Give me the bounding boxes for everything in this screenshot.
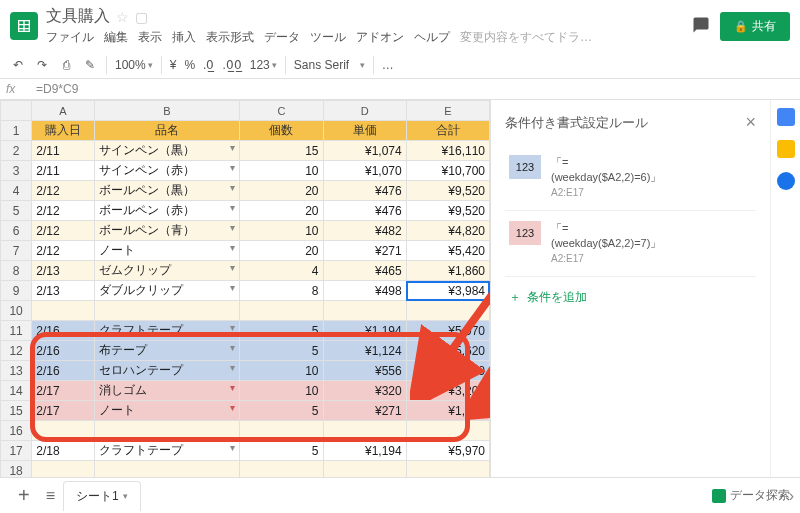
cell[interactable]: ¥271 xyxy=(323,401,406,421)
row-header[interactable]: 5 xyxy=(1,201,32,221)
cell[interactable]: ボールペン（青）▾ xyxy=(94,221,240,241)
menu-format[interactable]: 表示形式 xyxy=(206,29,254,46)
cell[interactable]: 4 xyxy=(240,261,323,281)
cell[interactable] xyxy=(240,421,323,441)
cell[interactable]: 10 xyxy=(240,361,323,381)
cell[interactable]: 2/17 xyxy=(32,381,94,401)
cell[interactable]: 2/18 xyxy=(32,441,94,461)
menu-view[interactable]: 表示 xyxy=(138,29,162,46)
folder-icon[interactable]: ▢ xyxy=(135,9,148,25)
calendar-icon[interactable] xyxy=(777,108,795,126)
font-select[interactable]: Sans Serif ▾ xyxy=(294,58,365,72)
row-header[interactable]: 12 xyxy=(1,341,32,361)
row-header[interactable]: 11 xyxy=(1,321,32,341)
header-cell[interactable]: 品名 xyxy=(94,121,240,141)
row-header[interactable]: 1 xyxy=(1,121,32,141)
row-header[interactable]: 16 xyxy=(1,421,32,441)
cell[interactable]: ノート▾ xyxy=(94,241,240,261)
cell[interactable]: ¥1,355 xyxy=(406,401,489,421)
cell[interactable]: ¥465 xyxy=(323,261,406,281)
col-C[interactable]: C xyxy=(240,101,323,121)
row-header[interactable]: 17 xyxy=(1,441,32,461)
zoom-select[interactable]: 100%▾ xyxy=(115,58,153,72)
cell[interactable]: 消しゴム▾ xyxy=(94,381,240,401)
cell[interactable]: 15 xyxy=(240,141,323,161)
cell[interactable] xyxy=(32,301,94,321)
cell[interactable]: ¥1,070 xyxy=(323,161,406,181)
comments-icon[interactable] xyxy=(692,16,712,36)
cell[interactable]: 8 xyxy=(240,281,323,301)
cell[interactable] xyxy=(323,301,406,321)
percent-button[interactable]: % xyxy=(184,58,195,72)
dec-dec-button[interactable]: .0̲ xyxy=(203,58,214,72)
cell[interactable]: 5 xyxy=(240,401,323,421)
cell[interactable]: 20 xyxy=(240,241,323,261)
cell[interactable]: 5 xyxy=(240,441,323,461)
cell[interactable]: ¥9,520 xyxy=(406,201,489,221)
cell[interactable]: ¥1,124 xyxy=(323,341,406,361)
header-cell[interactable]: 合計 xyxy=(406,121,489,141)
cell[interactable]: ¥271 xyxy=(323,241,406,261)
cell[interactable]: 2/13 xyxy=(32,261,94,281)
share-button[interactable]: 🔒 共有 xyxy=(720,12,790,41)
close-icon[interactable]: × xyxy=(745,112,756,133)
cell[interactable]: クラフトテープ▾ xyxy=(94,321,240,341)
cell[interactable]: ¥476 xyxy=(323,201,406,221)
currency-button[interactable]: ¥ xyxy=(170,58,177,72)
cell[interactable]: 5 xyxy=(240,321,323,341)
header-cell[interactable]: 購入日 xyxy=(32,121,94,141)
header-cell[interactable]: 個数 xyxy=(240,121,323,141)
cell[interactable]: ボールペン（赤）▾ xyxy=(94,201,240,221)
paint-icon[interactable]: ✎ xyxy=(82,57,98,73)
format-rule-2[interactable]: 123 「= (weekday($A2,2)=7)」 A2:E17 xyxy=(505,211,756,277)
cell[interactable] xyxy=(240,301,323,321)
cell[interactable]: ノート▾ xyxy=(94,401,240,421)
cell[interactable]: サインペン（黒）▾ xyxy=(94,141,240,161)
format-rule-1[interactable]: 123 「= (weekday($A2,2)=6)」 A2:E17 xyxy=(505,145,756,211)
cell[interactable]: 20 xyxy=(240,181,323,201)
formula-input[interactable]: =D9*C9 xyxy=(36,82,78,96)
menu-tools[interactable]: ツール xyxy=(310,29,346,46)
cell[interactable]: 布テープ▾ xyxy=(94,341,240,361)
cell[interactable]: 2/13 xyxy=(32,281,94,301)
menu-insert[interactable]: 挿入 xyxy=(172,29,196,46)
keep-icon[interactable] xyxy=(777,140,795,158)
cell[interactable]: ¥9,520 xyxy=(406,181,489,201)
cell[interactable]: 2/12 xyxy=(32,241,94,261)
menu-data[interactable]: データ xyxy=(264,29,300,46)
cell[interactable]: ¥482 xyxy=(323,221,406,241)
cell[interactable]: 10 xyxy=(240,381,323,401)
row-header[interactable]: 6 xyxy=(1,221,32,241)
cell[interactable]: ¥3,984 xyxy=(406,281,489,301)
cell[interactable] xyxy=(406,421,489,441)
cell[interactable]: 2/12 xyxy=(32,201,94,221)
cell[interactable] xyxy=(323,421,406,441)
row-header[interactable]: 4 xyxy=(1,181,32,201)
header-cell[interactable]: 単価 xyxy=(323,121,406,141)
cell[interactable]: ¥1,194 xyxy=(323,321,406,341)
cell[interactable]: ¥4,820 xyxy=(406,221,489,241)
select-all[interactable] xyxy=(1,101,32,121)
cell[interactable]: クラフトテープ▾ xyxy=(94,441,240,461)
cell[interactable]: ¥16,110 xyxy=(406,141,489,161)
menu-help[interactable]: ヘルプ xyxy=(414,29,450,46)
print-icon[interactable]: ⎙ xyxy=(58,57,74,73)
cell[interactable]: 2/11 xyxy=(32,141,94,161)
cell[interactable]: ゼムクリップ▾ xyxy=(94,261,240,281)
spreadsheet-grid[interactable]: A B C D E 1購入日品名個数単価合計22/11サインペン（黒）▾15¥1… xyxy=(0,100,490,480)
cell[interactable]: 2/16 xyxy=(32,321,94,341)
add-sheet-button[interactable]: + xyxy=(10,484,38,507)
cell[interactable]: 2/12 xyxy=(32,221,94,241)
cell[interactable]: ¥5,560 xyxy=(406,361,489,381)
redo-icon[interactable]: ↷ xyxy=(34,57,50,73)
cell[interactable]: 2/11 xyxy=(32,161,94,181)
col-A[interactable]: A xyxy=(32,101,94,121)
cell[interactable]: ボールペン（黒）▾ xyxy=(94,181,240,201)
cell[interactable]: 2/16 xyxy=(32,341,94,361)
row-header[interactable]: 9 xyxy=(1,281,32,301)
cell[interactable]: ¥498 xyxy=(323,281,406,301)
cell[interactable]: ¥5,420 xyxy=(406,241,489,261)
row-header[interactable]: 2 xyxy=(1,141,32,161)
cell[interactable]: ¥476 xyxy=(323,181,406,201)
col-B[interactable]: B xyxy=(94,101,240,121)
